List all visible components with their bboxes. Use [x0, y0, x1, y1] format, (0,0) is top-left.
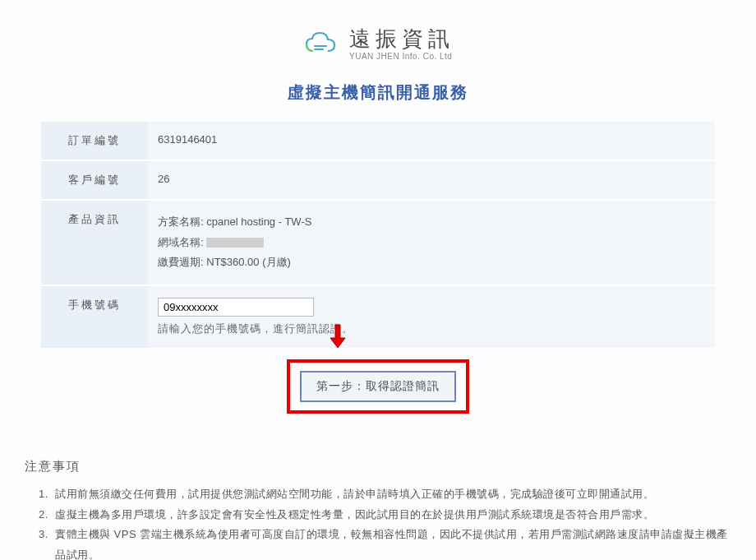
product-label: 產品資訊 — [41, 200, 148, 285]
notice-item: 試用前無須繳交任何費用，試用提供您測試網站空間功能，請於申請時填入正確的手機號碼… — [52, 484, 735, 505]
phone-hint: 請輸入您的手機號碼，進行簡訊認證。 — [158, 322, 705, 336]
order-value: 6319146401 — [148, 122, 715, 160]
get-sms-button[interactable]: 第一步：取得認證簡訊 — [300, 371, 456, 402]
customer-label: 客戶編號 — [41, 160, 148, 200]
notice-heading: 注意事項 — [25, 459, 735, 474]
row-product: 產品資訊 方案名稱: cpanel hosting - TW-S 網域名稱: 繳… — [41, 200, 715, 285]
domain-redacted — [206, 238, 264, 248]
row-customer: 客戶編號 26 — [41, 160, 715, 200]
logo-text-en: YUAN JHEN Info. Co. Ltd — [349, 52, 454, 61]
cloud-icon — [302, 28, 341, 58]
info-table: 訂單編號 6319146401 客戶編號 26 產品資訊 方案名稱: cpane… — [41, 122, 715, 349]
arrow-down-icon — [329, 323, 347, 355]
phone-input[interactable] — [158, 298, 314, 317]
row-order: 訂單編號 6319146401 — [41, 122, 715, 160]
page-title: 虛擬主機簡訊開通服務 — [21, 81, 735, 104]
order-label: 訂單編號 — [41, 122, 148, 160]
logo: 遠振資訊 YUAN JHEN Info. Co. Ltd — [21, 25, 735, 61]
notice-item: 實體主機與 VPS 雲端主機系統為使用者可高度自訂的環境，較無相容性問題，因此不… — [52, 525, 735, 560]
phone-label: 手機號碼 — [41, 285, 148, 349]
step1-highlight-box: 第一步：取得認證簡訊 — [287, 359, 469, 414]
logo-text-cn: 遠振資訊 — [349, 25, 454, 53]
product-value: 方案名稱: cpanel hosting - TW-S 網域名稱: 繳費週期: … — [148, 200, 715, 285]
row-phone: 手機號碼 請輸入您的手機號碼，進行簡訊認證。 — [41, 285, 715, 349]
customer-value: 26 — [148, 160, 715, 200]
notice-item: 虛擬主機為多用戶環境，許多設定會有安全性及穩定性考量，因此試用目的在於提供用戶測… — [52, 505, 735, 525]
notice-list: 試用前無須繳交任何費用，試用提供您測試網站空間功能，請於申請時填入正確的手機號碼… — [52, 484, 735, 560]
